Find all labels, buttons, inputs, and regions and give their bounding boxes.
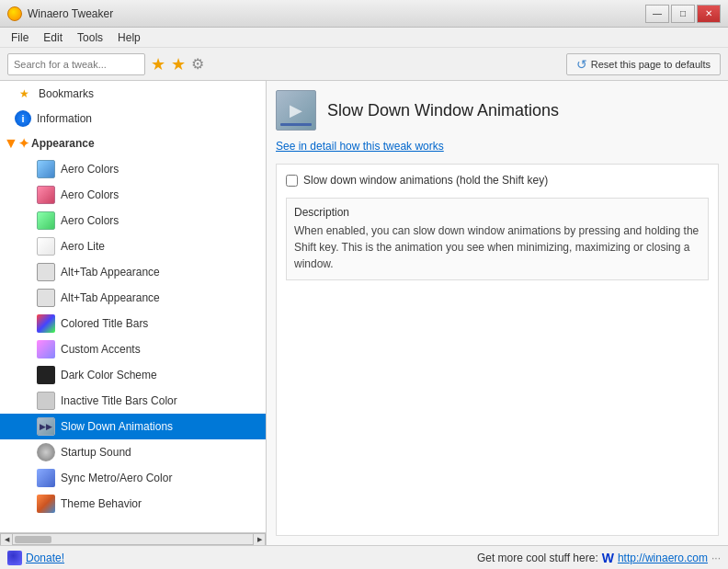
favorites-star-2[interactable]: ★ xyxy=(171,54,186,74)
hscroll-thumb[interactable] xyxy=(15,536,51,543)
sidebar-label-aero3: Aero Colors xyxy=(61,214,119,227)
donate-link[interactable]: Donate! xyxy=(26,552,64,564)
menu-view[interactable]: Edit xyxy=(36,29,70,46)
sidebar-label-startup: Startup Sound xyxy=(61,446,131,459)
sidebar-item-sync[interactable]: Sync Metro/Aero Color xyxy=(0,465,266,491)
panel-header: Slow Down Window Animations xyxy=(276,90,719,131)
sidebar-item-bookmarks[interactable]: ★ Bookmarks xyxy=(0,81,266,107)
sidebar-item-colored[interactable]: Colored Title Bars xyxy=(0,311,266,336)
appearance-icon: ▼ ✦ xyxy=(7,134,26,153)
title-bar-left: Winaero Tweaker xyxy=(7,6,113,21)
alttab1-icon xyxy=(37,263,55,281)
promo-text: Get more cool stuff here: xyxy=(477,552,598,564)
sidebar-label-bookmarks: Bookmarks xyxy=(39,87,94,100)
sidebar-item-theme[interactable]: Theme Behavior xyxy=(0,491,266,517)
title-bar: Winaero Tweaker — □ ✕ xyxy=(0,0,728,28)
slowdown-icon: ▶▶ xyxy=(37,417,55,436)
minimize-button[interactable]: — xyxy=(645,5,669,23)
inactive-icon xyxy=(37,392,55,410)
maximize-button[interactable]: □ xyxy=(671,5,695,23)
aero1-icon xyxy=(37,160,55,178)
sidebar-item-alttab2[interactable]: Alt+Tab Appearance xyxy=(0,285,266,311)
sidebar-item-inactive[interactable]: Inactive Title Bars Color xyxy=(0,388,266,414)
sidebar-item-aero3[interactable]: Aero Colors xyxy=(0,208,266,233)
checkbox-row: Slow down window animations (hold the Sh… xyxy=(286,174,709,187)
menu-tools[interactable]: Tools xyxy=(70,29,110,46)
panel-detail-link[interactable]: See in detail how this tweak works xyxy=(276,140,719,153)
sidebar: ★ Bookmarks i Information ▼ ✦ Appearance… xyxy=(0,81,267,545)
aerolite-icon xyxy=(37,237,55,256)
search-input[interactable] xyxy=(7,53,145,75)
aero3-icon xyxy=(37,211,55,230)
title-controls[interactable]: — □ ✕ xyxy=(645,5,721,23)
sidebar-item-startup[interactable]: Startup Sound xyxy=(0,439,266,465)
sidebar-label-accents: Custom Accents xyxy=(61,343,141,356)
aero2-icon xyxy=(37,186,55,204)
close-button[interactable]: ✕ xyxy=(697,5,721,23)
sidebar-label-aero1: Aero Colors xyxy=(61,163,119,176)
sidebar-item-aero2[interactable]: Aero Colors xyxy=(0,182,266,208)
hscroll-track[interactable] xyxy=(13,533,253,545)
sidebar-label-alttab2: Alt+Tab Appearance xyxy=(61,291,160,304)
description-box: Description When enabled, you can slow d… xyxy=(286,198,709,280)
reset-icon: ↺ xyxy=(576,57,587,72)
app-icon xyxy=(7,6,22,21)
startup-icon xyxy=(37,443,55,461)
dark-icon xyxy=(37,366,55,384)
winaero-url[interactable]: http://winaero.com xyxy=(618,552,708,564)
sidebar-label-aero2: Aero Colors xyxy=(61,188,119,201)
sidebar-label-theme: Theme Behavior xyxy=(61,497,142,510)
theme-icon xyxy=(37,495,55,513)
menu-bar: File Edit Tools Help xyxy=(0,28,728,48)
description-heading: Description xyxy=(294,206,700,219)
sidebar-label-information: Information xyxy=(37,112,92,125)
sidebar-item-slowdown[interactable]: ▶▶ Slow Down Animations xyxy=(0,414,266,439)
alttab2-icon xyxy=(37,289,55,307)
sidebar-label-dark: Dark Color Scheme xyxy=(61,369,157,381)
panel-body: Slow down window animations (hold the Sh… xyxy=(276,164,719,536)
sidebar-hscrollbar[interactable]: ◀ ▶ xyxy=(0,532,266,545)
slowdown-checkbox[interactable] xyxy=(286,175,298,187)
checkbox-label[interactable]: Slow down window animations (hold the Sh… xyxy=(303,174,548,187)
sidebar-item-appearance[interactable]: ▼ ✦ Appearance xyxy=(0,131,266,156)
info-icon: i xyxy=(15,110,31,127)
toolbar: ★ ★ ⚙ ↺ Reset this page to defaults xyxy=(0,48,728,81)
menu-file[interactable]: File xyxy=(4,29,36,46)
sidebar-item-dark[interactable]: Dark Color Scheme xyxy=(0,362,266,388)
sidebar-item-aero1[interactable]: Aero Colors xyxy=(0,156,266,182)
accents-icon xyxy=(37,340,55,358)
dots-icon: ··· xyxy=(711,552,721,564)
right-panel: Slow Down Window Animations See in detai… xyxy=(267,81,728,545)
menu-help[interactable]: Help xyxy=(110,29,148,46)
description-text: When enabled, you can slow down window a… xyxy=(294,222,700,272)
sidebar-item-alttab1[interactable]: Alt+Tab Appearance xyxy=(0,259,266,285)
status-right: Get more cool stuff here: W http://winae… xyxy=(477,551,721,565)
hscroll-left-arrow[interactable]: ◀ xyxy=(0,533,13,546)
sidebar-item-accents[interactable]: Custom Accents xyxy=(0,336,266,362)
star-icon: ★ xyxy=(15,85,33,103)
main-content: ★ Bookmarks i Information ▼ ✦ Appearance… xyxy=(0,81,728,545)
colored-icon xyxy=(37,314,55,333)
sidebar-scroll[interactable]: ★ Bookmarks i Information ▼ ✦ Appearance… xyxy=(0,81,266,532)
status-left: Donate! xyxy=(7,551,64,565)
favorites-star-1[interactable]: ★ xyxy=(151,54,165,74)
sidebar-label-colored: Colored Title Bars xyxy=(61,317,148,330)
sidebar-label-slowdown: Slow Down Animations xyxy=(61,420,173,433)
settings-gear-icon[interactable]: ⚙ xyxy=(191,55,204,73)
sidebar-label-inactive: Inactive Title Bars Color xyxy=(61,394,177,407)
sidebar-label-sync: Sync Metro/Aero Color xyxy=(61,472,172,484)
sidebar-item-information[interactable]: i Information xyxy=(0,107,266,131)
panel-icon xyxy=(276,90,316,131)
sidebar-label-appearance: Appearance xyxy=(31,137,95,150)
reset-button[interactable]: ↺ Reset this page to defaults xyxy=(566,53,721,75)
app-title: Winaero Tweaker xyxy=(28,7,113,20)
hscroll-right-arrow[interactable]: ▶ xyxy=(253,533,266,546)
sidebar-item-aerolite[interactable]: Aero Lite xyxy=(0,233,266,259)
reset-label: Reset this page to defaults xyxy=(591,59,711,70)
status-bar: Donate! Get more cool stuff here: W http… xyxy=(0,545,728,569)
winaero-w-icon: W xyxy=(602,551,614,565)
sidebar-label-alttab1: Alt+Tab Appearance xyxy=(61,266,160,279)
sync-icon xyxy=(37,469,55,487)
panel-title: Slow Down Window Animations xyxy=(327,101,559,120)
donate-icon xyxy=(7,551,22,565)
